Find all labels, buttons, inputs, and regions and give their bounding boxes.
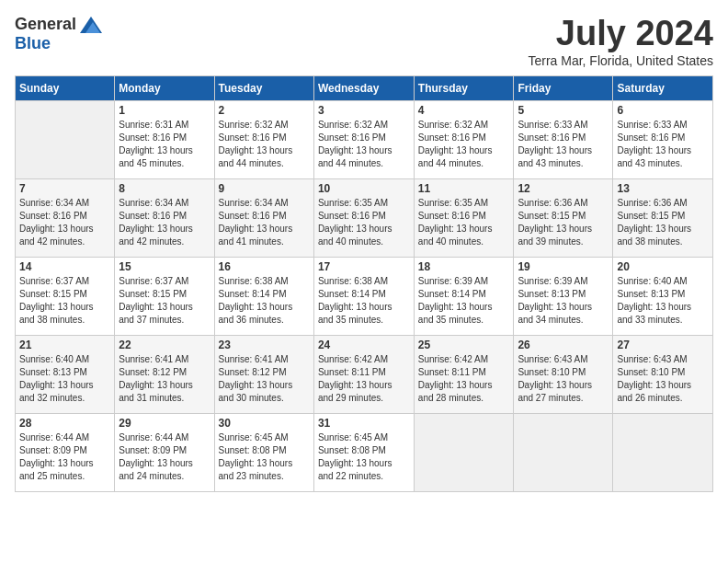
day-number: 30	[219, 417, 310, 430]
calendar-subtitle: Terra Mar, Florida, United States	[528, 53, 713, 68]
day-info: Sunrise: 6:38 AM Sunset: 8:14 PM Dayligh…	[318, 275, 410, 327]
calendar-day-cell: 5Sunrise: 6:33 AM Sunset: 8:16 PM Daylig…	[514, 100, 613, 178]
day-info: Sunrise: 6:35 AM Sunset: 8:16 PM Dayligh…	[418, 197, 510, 248]
day-number: 24	[318, 339, 410, 351]
calendar-day-cell: 7Sunrise: 6:34 AM Sunset: 8:16 PM Daylig…	[16, 178, 115, 257]
calendar-day-cell: 31Sunrise: 6:45 AM Sunset: 8:08 PM Dayli…	[313, 413, 414, 491]
weekday-header: Tuesday	[214, 75, 313, 100]
page-header: General Blue July 2024 Terra Mar, Florid…	[15, 15, 713, 68]
day-info: Sunrise: 6:34 AM Sunset: 8:16 PM Dayligh…	[219, 197, 310, 248]
day-number: 1	[119, 104, 210, 117]
day-number: 26	[518, 339, 609, 351]
day-info: Sunrise: 6:32 AM Sunset: 8:16 PM Dayligh…	[318, 119, 410, 170]
calendar-day-cell: 12Sunrise: 6:36 AM Sunset: 8:15 PM Dayli…	[514, 178, 613, 257]
calendar-day-cell: 21Sunrise: 6:40 AM Sunset: 8:13 PM Dayli…	[16, 335, 115, 413]
weekday-header: Monday	[115, 75, 214, 100]
day-number: 25	[418, 339, 510, 351]
day-number: 28	[19, 417, 110, 430]
calendar-day-cell: 9Sunrise: 6:34 AM Sunset: 8:16 PM Daylig…	[214, 178, 313, 257]
day-info: Sunrise: 6:42 AM Sunset: 8:11 PM Dayligh…	[318, 353, 410, 405]
calendar-day-cell: 11Sunrise: 6:35 AM Sunset: 8:16 PM Dayli…	[414, 178, 514, 257]
calendar-day-cell: 25Sunrise: 6:42 AM Sunset: 8:11 PM Dayli…	[414, 335, 514, 413]
logo-general: General	[15, 15, 76, 34]
day-info: Sunrise: 6:33 AM Sunset: 8:16 PM Dayligh…	[518, 119, 609, 170]
calendar-day-cell: 28Sunrise: 6:44 AM Sunset: 8:09 PM Dayli…	[16, 413, 115, 491]
day-number: 5	[518, 104, 609, 117]
calendar-day-cell: 23Sunrise: 6:41 AM Sunset: 8:12 PM Dayli…	[214, 335, 313, 413]
title-area: July 2024 Terra Mar, Florida, United Sta…	[528, 15, 713, 68]
day-number: 23	[219, 339, 310, 351]
calendar-day-cell: 26Sunrise: 6:43 AM Sunset: 8:10 PM Dayli…	[514, 335, 613, 413]
day-number: 20	[617, 260, 709, 273]
calendar-week-row: 7Sunrise: 6:34 AM Sunset: 8:16 PM Daylig…	[16, 178, 713, 257]
calendar-day-cell: 20Sunrise: 6:40 AM Sunset: 8:13 PM Dayli…	[613, 257, 713, 335]
day-number: 6	[617, 104, 709, 117]
day-number: 27	[617, 339, 709, 351]
day-number: 29	[119, 417, 210, 430]
calendar-day-cell: 8Sunrise: 6:34 AM Sunset: 8:16 PM Daylig…	[115, 178, 214, 257]
day-info: Sunrise: 6:36 AM Sunset: 8:15 PM Dayligh…	[617, 197, 709, 248]
day-info: Sunrise: 6:41 AM Sunset: 8:12 PM Dayligh…	[119, 353, 210, 405]
day-number: 14	[19, 260, 110, 273]
day-number: 12	[518, 182, 609, 195]
weekday-header: Wednesday	[313, 75, 414, 100]
day-info: Sunrise: 6:42 AM Sunset: 8:11 PM Dayligh…	[418, 353, 510, 405]
day-info: Sunrise: 6:45 AM Sunset: 8:08 PM Dayligh…	[219, 431, 310, 483]
weekday-header: Sunday	[16, 75, 115, 100]
day-number: 18	[418, 260, 510, 273]
calendar-week-row: 14Sunrise: 6:37 AM Sunset: 8:15 PM Dayli…	[16, 257, 713, 335]
calendar-day-cell	[414, 413, 514, 491]
day-info: Sunrise: 6:39 AM Sunset: 8:14 PM Dayligh…	[418, 275, 510, 327]
calendar-day-cell: 1Sunrise: 6:31 AM Sunset: 8:16 PM Daylig…	[115, 100, 214, 178]
day-info: Sunrise: 6:32 AM Sunset: 8:16 PM Dayligh…	[219, 119, 310, 170]
calendar-table: SundayMondayTuesdayWednesdayThursdayFrid…	[15, 75, 713, 492]
day-info: Sunrise: 6:41 AM Sunset: 8:12 PM Dayligh…	[219, 353, 310, 405]
calendar-day-cell: 30Sunrise: 6:45 AM Sunset: 8:08 PM Dayli…	[214, 413, 313, 491]
calendar-day-cell: 13Sunrise: 6:36 AM Sunset: 8:15 PM Dayli…	[613, 178, 713, 257]
calendar-title: July 2024	[528, 15, 713, 53]
logo: General Blue	[15, 15, 102, 53]
logo-icon	[80, 17, 102, 33]
day-info: Sunrise: 6:40 AM Sunset: 8:13 PM Dayligh…	[617, 275, 709, 327]
day-number: 15	[119, 260, 210, 273]
weekday-header-row: SundayMondayTuesdayWednesdayThursdayFrid…	[16, 75, 713, 100]
day-info: Sunrise: 6:31 AM Sunset: 8:16 PM Dayligh…	[119, 119, 210, 170]
day-number: 9	[219, 182, 310, 195]
calendar-day-cell: 16Sunrise: 6:38 AM Sunset: 8:14 PM Dayli…	[214, 257, 313, 335]
calendar-day-cell	[613, 413, 713, 491]
day-number: 19	[518, 260, 609, 273]
day-number: 8	[119, 182, 210, 195]
weekday-header: Friday	[514, 75, 613, 100]
calendar-day-cell: 10Sunrise: 6:35 AM Sunset: 8:16 PM Dayli…	[313, 178, 414, 257]
calendar-day-cell: 6Sunrise: 6:33 AM Sunset: 8:16 PM Daylig…	[613, 100, 713, 178]
day-number: 4	[418, 104, 510, 117]
day-info: Sunrise: 6:38 AM Sunset: 8:14 PM Dayligh…	[219, 275, 310, 327]
day-info: Sunrise: 6:35 AM Sunset: 8:16 PM Dayligh…	[318, 197, 410, 248]
calendar-day-cell: 17Sunrise: 6:38 AM Sunset: 8:14 PM Dayli…	[313, 257, 414, 335]
day-info: Sunrise: 6:34 AM Sunset: 8:16 PM Dayligh…	[19, 197, 110, 248]
calendar-day-cell: 15Sunrise: 6:37 AM Sunset: 8:15 PM Dayli…	[115, 257, 214, 335]
day-info: Sunrise: 6:37 AM Sunset: 8:15 PM Dayligh…	[119, 275, 210, 327]
day-number: 7	[19, 182, 110, 195]
calendar-week-row: 21Sunrise: 6:40 AM Sunset: 8:13 PM Dayli…	[16, 335, 713, 413]
day-number: 21	[19, 339, 110, 351]
day-info: Sunrise: 6:40 AM Sunset: 8:13 PM Dayligh…	[19, 353, 110, 405]
calendar-day-cell: 27Sunrise: 6:43 AM Sunset: 8:10 PM Dayli…	[613, 335, 713, 413]
calendar-week-row: 1Sunrise: 6:31 AM Sunset: 8:16 PM Daylig…	[16, 100, 713, 178]
day-info: Sunrise: 6:45 AM Sunset: 8:08 PM Dayligh…	[318, 431, 410, 483]
calendar-day-cell: 4Sunrise: 6:32 AM Sunset: 8:16 PM Daylig…	[414, 100, 514, 178]
calendar-day-cell: 2Sunrise: 6:32 AM Sunset: 8:16 PM Daylig…	[214, 100, 313, 178]
calendar-day-cell: 18Sunrise: 6:39 AM Sunset: 8:14 PM Dayli…	[414, 257, 514, 335]
day-number: 3	[318, 104, 410, 117]
calendar-day-cell: 22Sunrise: 6:41 AM Sunset: 8:12 PM Dayli…	[115, 335, 214, 413]
day-number: 16	[219, 260, 310, 273]
calendar-day-cell: 3Sunrise: 6:32 AM Sunset: 8:16 PM Daylig…	[313, 100, 414, 178]
day-info: Sunrise: 6:36 AM Sunset: 8:15 PM Dayligh…	[518, 197, 609, 248]
day-number: 31	[318, 417, 410, 430]
day-number: 22	[119, 339, 210, 351]
weekday-header: Thursday	[414, 75, 514, 100]
calendar-day-cell: 24Sunrise: 6:42 AM Sunset: 8:11 PM Dayli…	[313, 335, 414, 413]
day-number: 11	[418, 182, 510, 195]
day-number: 17	[318, 260, 410, 273]
day-number: 13	[617, 182, 709, 195]
